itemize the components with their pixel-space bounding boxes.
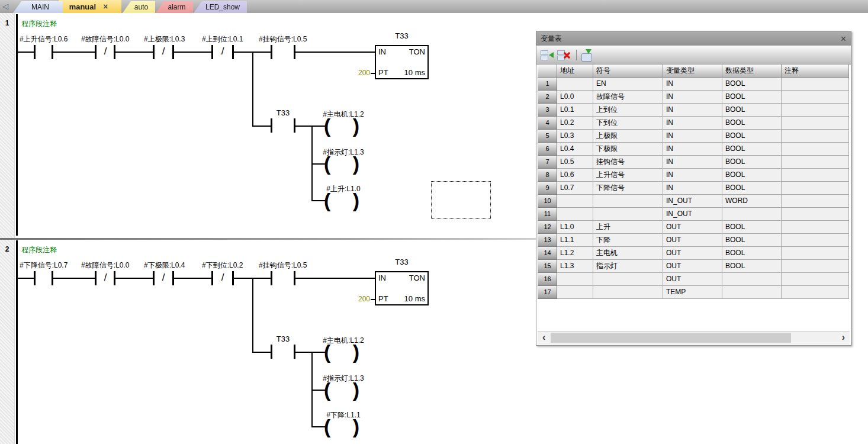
cell-comment[interactable] (782, 273, 849, 286)
cell-data-type[interactable]: BOOL (722, 182, 782, 195)
cell-comment[interactable] (782, 286, 849, 299)
cell-symbol[interactable]: 上升 (593, 221, 663, 234)
cell-address[interactable]: L0.3 (557, 130, 593, 143)
cell-comment[interactable] (782, 117, 849, 130)
cell-address[interactable] (557, 78, 593, 91)
row-number-cell[interactable]: 3 (538, 104, 557, 117)
row-number-cell[interactable]: 6 (538, 143, 557, 156)
cell-comment[interactable] (782, 169, 849, 182)
cell-comment[interactable] (782, 91, 849, 104)
cell-data-type[interactable] (722, 286, 782, 299)
tab-auto[interactable]: auto (123, 1, 155, 13)
cell-var-type[interactable]: OUT (663, 260, 722, 273)
tab-alarm[interactable]: alarm (156, 1, 193, 13)
cell-var-type[interactable]: IN (663, 169, 722, 182)
cell-symbol[interactable]: 下降信号 (593, 182, 663, 195)
cell-address[interactable] (557, 273, 593, 286)
cell-var-type[interactable]: IN (663, 78, 722, 91)
tab-close-icon[interactable]: × (103, 3, 108, 10)
cell-data-type[interactable]: BOOL (722, 91, 782, 104)
row-number-cell[interactable]: 14 (538, 247, 557, 260)
scroll-thumb[interactable] (551, 333, 791, 343)
row-number-cell[interactable]: 2 (538, 91, 557, 104)
cell-symbol[interactable]: 指示灯 (593, 260, 663, 273)
cell-var-type[interactable]: OUT (663, 247, 722, 260)
cell-comment[interactable] (782, 260, 849, 273)
cell-symbol[interactable] (593, 273, 663, 286)
cell-var-type[interactable]: OUT (663, 273, 722, 286)
cell-address[interactable]: L1.2 (557, 247, 593, 260)
cell-address[interactable]: L0.1 (557, 104, 593, 117)
scroll-left-button[interactable]: ‹ (542, 332, 545, 343)
cell-address[interactable]: L0.2 (557, 117, 593, 130)
cell-address[interactable]: L0.6 (557, 169, 593, 182)
cell-data-type[interactable]: BOOL (722, 156, 782, 169)
cell-var-type[interactable]: IN (663, 143, 722, 156)
cell-comment[interactable] (782, 156, 849, 169)
row-number-cell[interactable]: 17 (538, 286, 557, 299)
row-number-cell[interactable]: 12 (538, 221, 557, 234)
cell-comment[interactable] (782, 78, 849, 91)
row-number-cell[interactable]: 10 (538, 195, 557, 208)
cell-var-type[interactable]: IN (663, 117, 722, 130)
cell-comment[interactable] (782, 130, 849, 143)
row-number-cell[interactable]: 8 (538, 169, 557, 182)
cell-comment[interactable] (782, 104, 849, 117)
row-number-cell[interactable]: 9 (538, 182, 557, 195)
variable-table-titlebar[interactable]: 变量表 × (536, 31, 851, 46)
cell-data-type[interactable] (722, 273, 782, 286)
row-number-cell[interactable]: 11 (538, 208, 557, 221)
cell-comment[interactable] (782, 247, 849, 260)
cell-var-type[interactable]: IN_OUT (663, 195, 722, 208)
sort-symbols-button[interactable] (580, 49, 595, 62)
timer-pt-value[interactable]: 200 (346, 69, 370, 77)
cell-symbol[interactable] (593, 286, 663, 299)
cell-symbol[interactable]: 上到位 (593, 104, 663, 117)
cell-address[interactable]: L0.4 (557, 143, 593, 156)
cell-var-type[interactable]: IN_OUT (663, 208, 722, 221)
cell-address[interactable] (557, 208, 593, 221)
cell-comment[interactable] (782, 234, 849, 247)
cell-data-type[interactable]: BOOL (722, 234, 782, 247)
panel-close-icon[interactable]: × (841, 32, 846, 46)
cell-symbol[interactable]: 下极限 (593, 143, 663, 156)
cell-data-type[interactable]: BOOL (722, 247, 782, 260)
cell-comment[interactable] (782, 143, 849, 156)
tab-led_show[interactable]: LED_show (194, 1, 247, 13)
tab-scroll-left-icon[interactable]: ◁ (2, 2, 8, 11)
cell-data-type[interactable]: BOOL (722, 143, 782, 156)
cell-address[interactable]: L1.3 (557, 260, 593, 273)
insert-row-button[interactable] (540, 49, 555, 62)
cell-address[interactable] (557, 195, 593, 208)
cell-symbol[interactable] (593, 208, 663, 221)
cell-var-type[interactable]: IN (663, 91, 722, 104)
cell-data-type[interactable]: WORD (722, 195, 782, 208)
timer-block[interactable]: INTONPT10 ms (375, 271, 429, 305)
cell-address[interactable] (557, 286, 593, 299)
cell-data-type[interactable]: BOOL (722, 260, 782, 273)
cell-var-type[interactable]: OUT (663, 234, 722, 247)
horizontal-scrollbar[interactable]: ‹ › (538, 331, 850, 345)
cell-symbol[interactable]: 上升信号 (593, 169, 663, 182)
cell-var-type[interactable]: OUT (663, 221, 722, 234)
row-number-cell[interactable]: 16 (538, 273, 557, 286)
cell-address[interactable]: L0.7 (557, 182, 593, 195)
cell-address[interactable]: L0.5 (557, 156, 593, 169)
timer-pt-value[interactable]: 200 (346, 295, 370, 303)
cell-data-type[interactable]: BOOL (722, 130, 782, 143)
cell-address[interactable]: L0.0 (557, 91, 593, 104)
cell-data-type[interactable]: BOOL (722, 117, 782, 130)
cell-data-type[interactable]: BOOL (722, 78, 782, 91)
delete-row-button[interactable] (557, 49, 572, 62)
cell-symbol[interactable]: 主电机 (593, 247, 663, 260)
row-number-cell[interactable]: 4 (538, 117, 557, 130)
cell-var-type[interactable]: TEMP (663, 286, 722, 299)
row-number-cell[interactable]: 7 (538, 156, 557, 169)
cell-var-type[interactable]: IN (663, 156, 722, 169)
network-comment[interactable]: 程序段注释 (21, 245, 57, 255)
cell-symbol[interactable]: 故障信号 (593, 91, 663, 104)
cell-data-type[interactable]: BOOL (722, 104, 782, 117)
cell-data-type[interactable]: BOOL (722, 221, 782, 234)
cell-comment[interactable] (782, 195, 849, 208)
cell-symbol[interactable] (593, 195, 663, 208)
